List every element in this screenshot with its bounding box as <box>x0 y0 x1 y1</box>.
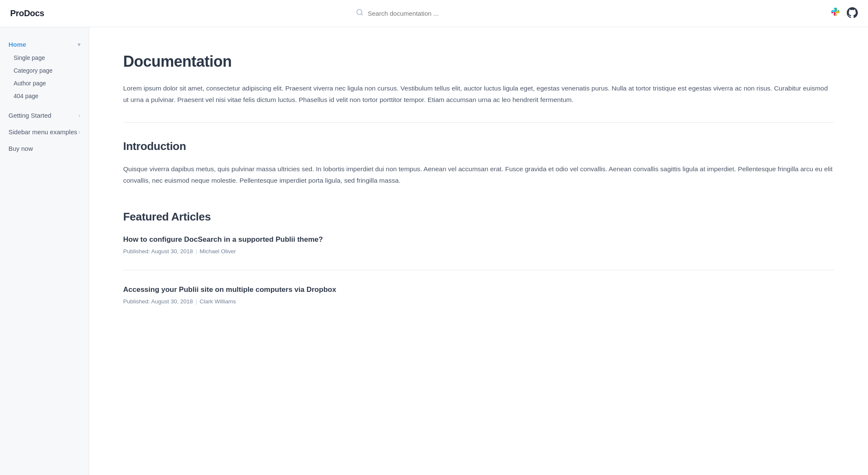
article-separator: | <box>195 298 197 305</box>
sidebar-item-buy-now[interactable]: Buy now <box>0 141 89 156</box>
featured-articles-title: Featured Articles <box>123 210 834 223</box>
sidebar-subitem-404-page[interactable]: 404 page <box>0 90 89 102</box>
sidebar: Home ▾ Single page Category page Author … <box>0 27 89 475</box>
article-published: Published: August 30, 2018 <box>123 248 193 254</box>
sidebar-getting-started-label: Getting Started <box>8 112 51 119</box>
sidebar-item-home[interactable]: Home ▾ <box>0 37 89 51</box>
intro-paragraph: Lorem ipsum dolor sit amet, consectetur … <box>123 82 834 105</box>
search-icon <box>356 8 364 18</box>
main-content: Documentation Lorem ipsum dolor sit amet… <box>89 27 868 475</box>
chevron-down-icon: ▾ <box>78 42 80 48</box>
article-item: Accessing your Publii site on multiple c… <box>123 286 834 320</box>
sidebar-item-menu-examples[interactable]: Sidebar menu examples › <box>0 125 89 139</box>
page-title: Documentation <box>123 53 834 71</box>
layout: Home ▾ Single page Category page Author … <box>0 0 868 475</box>
article-author: Clark Williams <box>200 298 236 305</box>
search-bar <box>356 8 568 18</box>
sidebar-subitem-author-page[interactable]: Author page <box>0 77 89 90</box>
chevron-right-icon-2: › <box>79 129 80 135</box>
svg-line-1 <box>361 14 362 15</box>
sidebar-item-getting-started[interactable]: Getting Started › <box>0 108 89 122</box>
article-author: Michael Oliver <box>200 248 236 254</box>
search-input[interactable] <box>368 10 568 17</box>
section-paragraph: Quisque viverra dapibus metus, quis pulv… <box>123 163 834 186</box>
sidebar-menu-examples-label: Sidebar menu examples <box>8 128 77 136</box>
header-actions <box>829 7 858 20</box>
article-title[interactable]: Accessing your Publii site on multiple c… <box>123 286 834 294</box>
sidebar-section-buy-now: Buy now <box>0 141 89 156</box>
header: ProDocs <box>0 0 868 27</box>
slack-icon[interactable] <box>829 7 841 20</box>
site-logo[interactable]: ProDocs <box>10 8 95 18</box>
github-icon[interactable] <box>847 7 858 20</box>
sidebar-subitem-single-page[interactable]: Single page <box>0 51 89 64</box>
article-published: Published: August 30, 2018 <box>123 298 193 305</box>
chevron-right-icon: › <box>79 113 80 119</box>
sidebar-home-label: Home <box>8 41 26 48</box>
sidebar-home-subitems: Single page Category page Author page 40… <box>0 51 89 106</box>
intro-section-title: Introduction <box>123 140 834 153</box>
sidebar-subitem-category-page[interactable]: Category page <box>0 64 89 77</box>
sidebar-section-home: Home ▾ Single page Category page Author … <box>0 37 89 106</box>
article-title[interactable]: How to configure DocSearch in a supporte… <box>123 235 834 244</box>
section-divider <box>123 122 834 123</box>
article-item: How to configure DocSearch in a supporte… <box>123 235 834 270</box>
sidebar-section-getting-started: Getting Started › <box>0 108 89 122</box>
article-meta: Published: August 30, 2018 | Clark Willi… <box>123 298 834 305</box>
sidebar-section-menu-examples: Sidebar menu examples › <box>0 125 89 139</box>
article-separator: | <box>195 248 197 254</box>
article-meta: Published: August 30, 2018 | Michael Oli… <box>123 248 834 254</box>
sidebar-buy-now-label: Buy now <box>8 145 33 152</box>
